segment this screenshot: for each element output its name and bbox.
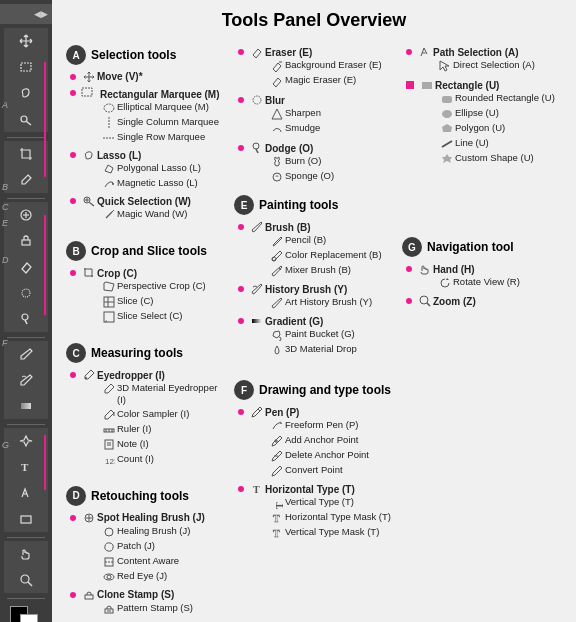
- slice-icon: [101, 295, 117, 309]
- foreground-background[interactable]: [10, 606, 42, 622]
- pink-dot: [406, 298, 412, 304]
- sharpen-icon: [269, 107, 285, 121]
- custom-shape-icon: [439, 152, 455, 166]
- blur-group: Blur Sharpen Smudge: [234, 93, 394, 137]
- quicksel-group: Quick Selection (W) Magic Wand (W): [66, 194, 226, 223]
- svg-rect-6: [22, 240, 30, 245]
- svg-point-66: [442, 110, 452, 118]
- eyedrop-group: Eyedropper (I) 3D Material Eyedropper (I…: [66, 368, 226, 468]
- pink-square: [406, 81, 414, 89]
- section-a: A Selection tools Move (V)*: [66, 45, 226, 225]
- quicksel-tool-btn[interactable]: [4, 106, 48, 132]
- svg-text:T: T: [253, 484, 260, 495]
- eraser-tool-btn[interactable]: [4, 254, 48, 280]
- type-tool-btn[interactable]: T: [4, 454, 48, 480]
- dodge-tool-btn[interactable]: [4, 306, 48, 332]
- background-color[interactable]: [20, 614, 38, 622]
- content-aware-icon: [101, 555, 117, 569]
- persp-crop: Perspective Crop (C): [81, 280, 206, 294]
- section-b-title: Crop and Slice tools: [91, 244, 207, 258]
- brush-tool-btn[interactable]: [4, 341, 48, 367]
- shape-tool-btn[interactable]: [4, 506, 48, 532]
- label-c: C: [2, 202, 9, 212]
- badge-b: B: [66, 241, 86, 261]
- rect-shape-label: Rectangle (U): [435, 79, 499, 92]
- section-g: G Navigation tool Hand (H): [402, 237, 562, 310]
- single-col-icon: [101, 116, 117, 130]
- gradient-icon: [249, 314, 265, 328]
- pink-dot: [238, 224, 244, 230]
- rect-shape-icon: [419, 78, 435, 92]
- sponge-icon: [269, 170, 285, 184]
- svg-rect-29: [104, 312, 114, 322]
- svg-line-24: [106, 212, 112, 218]
- svg-point-52: [253, 143, 259, 149]
- zoom-tool-btn[interactable]: [4, 567, 48, 593]
- pattern-stamp-label: Pattern Stamp (S): [117, 602, 193, 614]
- dodge-icon: [249, 141, 265, 155]
- bg-eraser-icon: [269, 59, 285, 73]
- pen-tool-btn[interactable]: [4, 428, 48, 454]
- hand-icon: [417, 262, 433, 276]
- pink-dot: [406, 49, 412, 55]
- stamp-tool-btn[interactable]: [4, 228, 48, 254]
- col2: Eraser (E) Background Eraser (E): [234, 45, 394, 622]
- brush-label: Brush (B): [265, 221, 311, 234]
- slice-select-label: Slice Select (C): [117, 310, 182, 322]
- move-tool-btn[interactable]: [4, 28, 48, 54]
- ruler: Ruler (I): [81, 423, 226, 437]
- blur-tool-btn[interactable]: [4, 280, 48, 306]
- convert-point-icon: [269, 464, 285, 478]
- mag-lasso-label: Magnetic Lasso (L): [117, 177, 198, 189]
- section-g-header: G Navigation tool: [402, 237, 562, 257]
- hand-group: Hand (H) Rotate View (R): [402, 262, 562, 291]
- note-label: Note (I): [117, 438, 149, 450]
- blur-icon: [249, 93, 265, 107]
- crop-tool-btn[interactable]: [4, 141, 48, 167]
- slice-select-icon: [101, 310, 117, 324]
- direct-sel-icon: [437, 59, 453, 73]
- pink-dot: [70, 74, 76, 80]
- toolbar-top-bar: ◀▶: [0, 4, 52, 24]
- count: 123 Count (I): [81, 453, 226, 467]
- svg-point-42: [105, 528, 113, 536]
- gradient-tool-btn[interactable]: [4, 393, 48, 419]
- sep1: [7, 137, 45, 138]
- rect-marquee-label: Rectangular Marquee (M): [100, 89, 219, 100]
- brush-group: Brush (B) Pencil (B) Color: [234, 220, 394, 279]
- crop-label: Crop (C): [97, 267, 137, 280]
- eraser-label: Eraser (E): [265, 46, 312, 59]
- histbrush-tool-btn[interactable]: [4, 367, 48, 393]
- eyedropper-tool-btn[interactable]: [4, 167, 48, 193]
- rounded-rect-icon: [439, 92, 455, 106]
- delete-anchor-icon: [269, 449, 285, 463]
- red-eye: Red Eye (J): [81, 570, 205, 584]
- ellipse-marquee-icon: [101, 101, 117, 115]
- eyedrop-icon: [81, 368, 97, 382]
- magic-eraser-label: Magic Eraser (E): [285, 74, 356, 86]
- color-swatches: [10, 606, 42, 622]
- delete-anchor-label: Delete Anchor Point: [285, 449, 369, 461]
- sponge-label: Sponge (O): [285, 170, 334, 182]
- pencil: Pencil (B): [249, 234, 382, 248]
- burn-label: Burn (O): [285, 155, 321, 167]
- smudge-label: Smudge: [285, 122, 320, 134]
- lasso-tool-btn[interactable]: [4, 80, 48, 106]
- type-group: T Horizontal Type (T) T Vertical Type (T…: [234, 482, 394, 541]
- healing-tool-btn[interactable]: [4, 202, 48, 228]
- marquee-tool-btn[interactable]: [4, 54, 48, 80]
- sep6: [7, 598, 45, 599]
- ellipse-shape-icon: [439, 107, 455, 121]
- pathsel-tool-btn[interactable]: [4, 480, 48, 506]
- section-c-header: C Measuring tools: [66, 343, 226, 363]
- slice: Slice (C): [81, 295, 206, 309]
- hand-tool-btn[interactable]: [4, 541, 48, 567]
- svg-point-69: [420, 296, 428, 304]
- polygon-shape-label: Polygon (U): [455, 122, 505, 134]
- blur-label: Blur: [265, 94, 285, 107]
- toolbar-arrows: ◀▶: [34, 9, 48, 19]
- dodge-label: Dodge (O): [265, 142, 313, 155]
- magic-wand: Magic Wand (W): [81, 208, 191, 222]
- rotate-view-label: Rotate View (R): [453, 276, 520, 288]
- svg-point-13: [21, 575, 29, 583]
